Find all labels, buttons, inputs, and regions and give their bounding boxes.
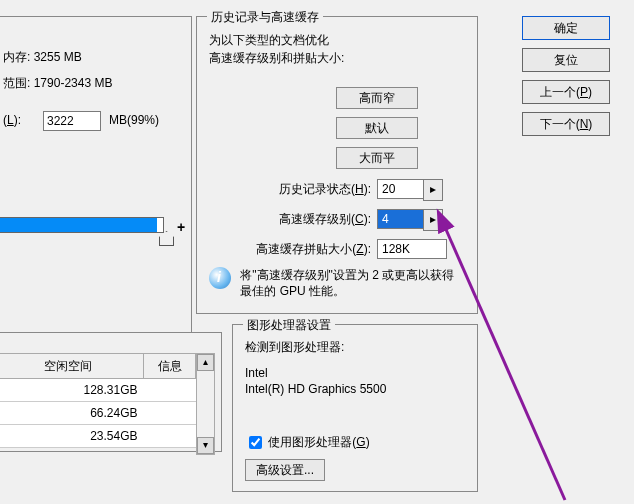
tile-size-input[interactable] bbox=[377, 239, 447, 259]
cache-hint-text: 将"高速缓存级别"设置为 2 或更高以获得最佳的 GPU 性能。 bbox=[240, 267, 460, 299]
gpu-panel: 图形处理器设置 检测到图形处理器: Intel Intel(R) HD Grap… bbox=[232, 324, 478, 492]
memory-installed-value: 3255 MB bbox=[34, 50, 82, 64]
advanced-settings-button[interactable]: 高级设置... bbox=[245, 459, 325, 481]
memory-slider-track[interactable] bbox=[0, 217, 164, 233]
disk-info-cell bbox=[144, 379, 196, 402]
memory-use-label-post: ): bbox=[14, 113, 21, 127]
disk-panel: 空闲空间 信息 128.31GB 66.24GB 23.54GB ▴ ▾ bbox=[0, 332, 222, 452]
memory-range-label: 范围: bbox=[3, 76, 30, 90]
disk-info-cell bbox=[144, 425, 196, 448]
disk-space-cell: 128.31GB bbox=[0, 379, 144, 402]
disk-col-info[interactable]: 信息 bbox=[144, 354, 196, 379]
table-row[interactable]: 128.31GB bbox=[0, 379, 196, 402]
memory-installed-label: 内存: bbox=[3, 50, 30, 64]
disk-space-cell: 23.54GB bbox=[0, 425, 144, 448]
right-button-column: 确定 复位 上一个(P) 下一个(N) bbox=[522, 16, 626, 144]
memory-use-input[interactable] bbox=[43, 111, 101, 131]
gpu-detect-label: 检测到图形处理器: bbox=[245, 339, 344, 356]
history-state-row: 历史记录状态(H): ▸ bbox=[197, 179, 477, 201]
reset-button[interactable]: 复位 bbox=[522, 48, 610, 72]
tall-narrow-button[interactable]: 高而窄 bbox=[336, 87, 418, 109]
gpu-panel-title: 图形处理器设置 bbox=[243, 317, 335, 334]
gpu-name: Intel Intel(R) HD Graphics 5500 bbox=[245, 365, 386, 397]
history-cache-panel: 历史记录与高速缓存 为以下类型的文档优化 高速缓存级别和拼贴大小: 高而窄 默认… bbox=[196, 16, 478, 314]
cache-level-stepper[interactable]: ▸ bbox=[423, 209, 443, 231]
disk-scrollbar[interactable]: ▴ ▾ bbox=[196, 353, 215, 455]
default-button[interactable]: 默认 bbox=[336, 117, 418, 139]
history-state-stepper[interactable]: ▸ bbox=[423, 179, 443, 201]
history-desc: 为以下类型的文档优化 高速缓存级别和拼贴大小: bbox=[209, 31, 459, 67]
memory-range-line: 范围: 1790-2343 MB bbox=[3, 75, 183, 92]
memory-use-suffix: MB(99%) bbox=[109, 113, 159, 127]
memory-slider-knob[interactable] bbox=[159, 231, 174, 246]
memory-installed-line: 内存: 3255 MB bbox=[3, 49, 183, 66]
disk-info-cell bbox=[144, 402, 196, 425]
table-row[interactable]: 66.24GB bbox=[0, 402, 196, 425]
cache-level-row: 高速缓存级别(C): ▸ bbox=[197, 209, 477, 231]
memory-slider-remainder bbox=[157, 218, 163, 232]
use-gpu-checkbox-label[interactable]: 使用图形处理器(G) bbox=[245, 433, 370, 452]
scroll-down-icon[interactable]: ▾ bbox=[197, 437, 214, 454]
memory-range-value: 1790-2343 MB bbox=[34, 76, 113, 90]
ok-button[interactable]: 确定 bbox=[522, 16, 610, 40]
history-desc-2: 高速缓存级别和拼贴大小: bbox=[209, 51, 344, 65]
scroll-up-icon[interactable]: ▴ bbox=[197, 354, 214, 371]
wide-flat-button[interactable]: 大而平 bbox=[336, 147, 418, 169]
tile-size-label: 高速缓存拼贴大小(Z): bbox=[256, 241, 371, 258]
table-row[interactable]: 23.54GB bbox=[0, 425, 196, 448]
history-state-label: 历史记录状态(H): bbox=[279, 181, 371, 198]
use-gpu-label: 使用图形处理器(G) bbox=[268, 435, 369, 449]
disk-col-space[interactable]: 空闲空间 bbox=[0, 354, 144, 379]
disk-space-cell: 66.24GB bbox=[0, 402, 144, 425]
history-desc-1: 为以下类型的文档优化 bbox=[209, 33, 329, 47]
info-icon bbox=[209, 267, 231, 289]
disk-table: 空闲空间 信息 128.31GB 66.24GB 23.54GB bbox=[0, 353, 196, 448]
history-panel-title: 历史记录与高速缓存 bbox=[207, 9, 323, 26]
tile-size-row: 高速缓存拼贴大小(Z): bbox=[197, 239, 477, 261]
cache-hint-row: 将"高速缓存级别"设置为 2 或更高以获得最佳的 GPU 性能。 bbox=[209, 267, 467, 299]
memory-use-hotkey: L bbox=[7, 113, 14, 127]
plus-icon: + bbox=[177, 219, 185, 235]
prev-button[interactable]: 上一个(P) bbox=[522, 80, 610, 104]
cache-level-label: 高速缓存级别(C): bbox=[279, 211, 371, 228]
use-gpu-checkbox[interactable] bbox=[249, 436, 262, 449]
next-button[interactable]: 下一个(N) bbox=[522, 112, 610, 136]
